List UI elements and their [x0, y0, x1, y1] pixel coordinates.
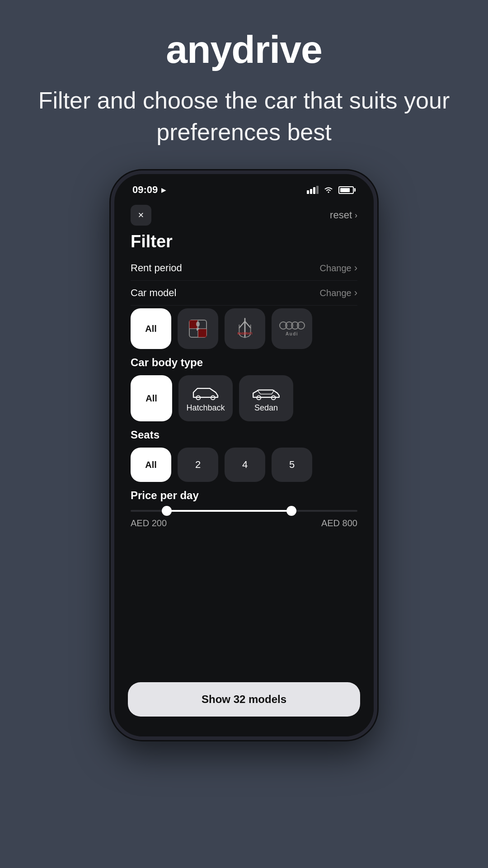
location-icon: ▶: [161, 186, 166, 193]
sedan-car-icon: [250, 384, 282, 401]
rent-period-chevron-icon: ›: [354, 262, 357, 274]
filter-top-bar: × reset ›: [131, 205, 357, 226]
show-models-label: Show 32 models: [202, 693, 286, 706]
seat-2-chip[interactable]: 2: [178, 448, 218, 482]
brands-row: All P: [131, 308, 357, 349]
price-max-value: AED 800: [321, 518, 357, 528]
car-model-row[interactable]: Car model Change ›: [131, 281, 357, 306]
signal-icon: [307, 186, 319, 194]
app-subtitle: Filter and choose the car that suits you…: [27, 85, 461, 148]
app-title: anydrive: [27, 27, 461, 72]
rent-period-label: Rent period: [131, 262, 182, 274]
price-min-value: AED 200: [131, 518, 167, 528]
brand-all-chip[interactable]: All: [131, 308, 171, 349]
close-icon: ×: [138, 209, 144, 221]
hatchback-label: Hatchback: [186, 403, 225, 413]
svg-point-4: [328, 192, 329, 193]
rent-period-row[interactable]: Rent period Change ›: [131, 256, 357, 281]
body-type-row: All Hatchback: [131, 375, 357, 421]
car-body-type-label: Car body type: [131, 356, 357, 369]
mute-button: [111, 328, 113, 364]
maserati-logo-icon: MASERATI: [235, 316, 255, 341]
status-time-group: 09:09 ▶: [132, 184, 166, 196]
volume-up-button: [111, 255, 113, 276]
volume-down-button: [111, 283, 113, 319]
brand-maserati-chip[interactable]: MASERATI: [225, 308, 265, 349]
reset-chevron-icon: ›: [355, 211, 357, 220]
audi-text-label: Audi: [286, 331, 298, 336]
body-type-all-chip[interactable]: All: [131, 375, 172, 421]
show-button-container: Show 32 models: [114, 676, 374, 736]
body-type-sedan-chip[interactable]: Sedan: [239, 375, 293, 421]
svg-rect-0: [307, 190, 309, 194]
phone-inner: 09:09 ▶: [114, 174, 374, 736]
filter-content: × reset › Filter Rent period Change ›: [114, 199, 374, 676]
car-model-action: Change ›: [320, 287, 357, 299]
price-label: Price per day: [131, 489, 357, 502]
hatchback-car-icon: [189, 384, 222, 401]
status-time: 09:09: [132, 184, 158, 196]
seat-all-chip[interactable]: All: [131, 448, 171, 482]
rent-period-action: Change ›: [320, 262, 357, 274]
svg-rect-1: [310, 189, 312, 194]
porsche-logo-icon: P: [186, 316, 210, 341]
seat-2-label: 2: [195, 459, 201, 471]
seat-5-chip[interactable]: 5: [272, 448, 312, 482]
body-type-all-label: All: [145, 393, 157, 404]
wifi-icon: [323, 186, 334, 194]
svg-point-11: [196, 321, 200, 327]
seat-4-chip[interactable]: 4: [225, 448, 265, 482]
page-header: anydrive Filter and choose the car that …: [0, 0, 488, 157]
sedan-label: Sedan: [254, 403, 278, 413]
car-model-chevron-icon: ›: [354, 287, 357, 299]
price-slider-min-thumb[interactable]: [162, 506, 172, 516]
seat-all-label: All: [145, 460, 157, 470]
svg-rect-2: [313, 187, 315, 194]
brand-porsche-chip[interactable]: P: [178, 308, 218, 349]
seats-row: All 2 4 5: [131, 448, 357, 482]
show-models-button[interactable]: Show 32 models: [128, 682, 360, 717]
phone-mockup: 09:09 ▶: [111, 170, 377, 740]
price-slider-fill: [167, 510, 291, 512]
reset-label: reset: [330, 209, 352, 221]
seat-5-label: 5: [289, 459, 295, 471]
brand-audi-chip[interactable]: Audi: [272, 308, 312, 349]
price-slider-track[interactable]: [131, 510, 357, 512]
filter-title: Filter: [131, 232, 357, 251]
body-type-hatchback-chip[interactable]: Hatchback: [178, 375, 233, 421]
status-icons: [307, 186, 356, 194]
car-model-label: Car model: [131, 287, 176, 299]
svg-text:MASERATI: MASERATI: [238, 332, 253, 335]
price-slider-max-thumb[interactable]: [286, 506, 296, 516]
brand-all-label: All: [145, 324, 157, 334]
price-section: Price per day AED 200 AED 800: [131, 489, 357, 528]
audi-rings-icon: [282, 321, 305, 330]
close-button[interactable]: ×: [131, 205, 151, 226]
page-wrapper: anydrive Filter and choose the car that …: [0, 0, 488, 868]
svg-rect-3: [316, 186, 319, 194]
seat-4-label: 4: [242, 459, 248, 471]
power-button: [375, 301, 377, 355]
battery-icon: [338, 186, 356, 194]
seats-label: Seats: [131, 429, 357, 441]
status-bar: 09:09 ▶: [114, 174, 374, 199]
price-range: AED 200 AED 800: [131, 518, 357, 528]
reset-button[interactable]: reset ›: [330, 209, 357, 221]
